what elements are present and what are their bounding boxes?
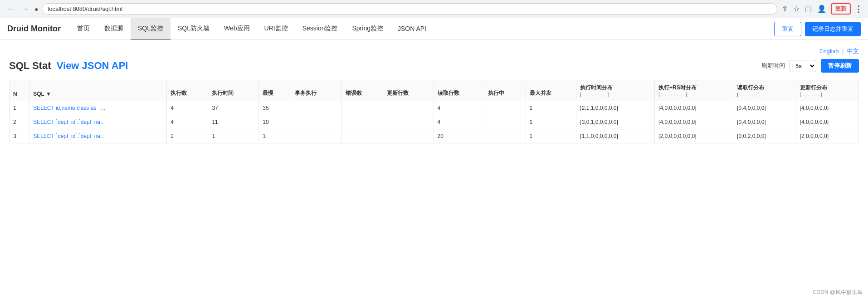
table-row: 2SELECT `dept_id`,`dept_na...4111041[3,0… xyxy=(10,115,859,129)
th-update-rows: 更新行数 xyxy=(383,80,434,101)
lang-separator: | xyxy=(842,48,844,54)
update-button[interactable]: 更新 xyxy=(831,3,851,15)
cell-slowest: 1 xyxy=(259,129,291,143)
cell-max-concurrent: 1 xyxy=(526,115,576,129)
cell-error-count xyxy=(341,115,383,129)
cell-exec-time: 1 xyxy=(208,129,259,143)
cell-sql[interactable]: SELECT `dept_id`,`dept_na... xyxy=(29,129,167,143)
nav-item-uri[interactable]: URI监控 xyxy=(257,18,295,40)
nav-item-firewall[interactable]: SQL防火墙 xyxy=(171,18,217,40)
th-running: 执行中 xyxy=(484,80,526,101)
cell-update-rows xyxy=(383,115,434,129)
page-content: English | 中文 SQL Stat View JSON API 刷新时间… xyxy=(0,40,868,151)
bookmark-icon[interactable]: ☆ xyxy=(792,3,800,15)
cell-exec-count: 4 xyxy=(167,115,208,129)
share-icon[interactable]: ⇧ xyxy=(781,3,789,15)
cell-read-rows: 4 xyxy=(434,101,484,115)
sql-link[interactable]: SELECT `dept_id`,`dept_na... xyxy=(33,133,105,139)
address-bar[interactable] xyxy=(42,3,777,15)
cell-exec-rs-dist: [4,0,0,0,0,0,0,0] xyxy=(655,115,733,129)
table-header-row: N SQL ▼ 执行数 执行时间 最慢 事务执行 错误数 更新行数 读取行数 执… xyxy=(10,80,859,101)
pause-refresh-button[interactable]: 暂停刷新 xyxy=(821,59,859,73)
reset-button[interactable]: 重置 xyxy=(774,22,801,36)
log-reset-button[interactable]: 记录日志并重置 xyxy=(805,22,861,36)
sql-table: N SQL ▼ 执行数 执行时间 最慢 事务执行 错误数 更新行数 读取行数 执… xyxy=(9,80,859,143)
cell-running xyxy=(484,129,526,143)
cell-update-rows-dist: [4,0,0,0,0,0] xyxy=(796,115,858,129)
table-row: 1SELECT id,name,class as _...4373541[2,1… xyxy=(10,101,859,115)
th-read-rows-dist: 读取行分布 [ - - - - - - ] xyxy=(733,80,796,101)
cell-max-concurrent: 1 xyxy=(526,101,576,115)
th-exec-count: 执行数 xyxy=(167,80,208,101)
nav-items: 首页 数据源 SQL监控 SQL防火墙 Web应用 URI监控 Session监… xyxy=(70,18,774,40)
cell-exec-rs-dist: [4,0,0,0,0,0,0,0] xyxy=(655,101,733,115)
cell-running xyxy=(484,101,526,115)
nav-item-spring[interactable]: Spring监控 xyxy=(345,18,390,40)
th-exec-time-dist: 执行时间分布 [ - - - - - - - - ] xyxy=(576,80,655,101)
cell-exec-time-dist: [3,0,1,0,0,0,0,0] xyxy=(576,115,655,129)
sql-link[interactable]: SELECT id,name,class as _... xyxy=(33,105,105,111)
page-refresh-button[interactable]: ● xyxy=(34,5,38,13)
refresh-interval-select[interactable]: 1s 5s 10s 30s 60s xyxy=(790,60,816,72)
nav-item-jsonapi[interactable]: JSON API xyxy=(390,19,434,39)
cell-sql[interactable]: SELECT `dept_id`,`dept_na... xyxy=(29,115,167,129)
nav-actions: 重置 记录日志并重置 xyxy=(774,22,861,36)
page-title-highlight[interactable]: View JSON API xyxy=(57,60,128,71)
app-logo: Druid Monitor xyxy=(7,24,61,34)
cell-tx-exec xyxy=(291,129,341,143)
lang-chinese[interactable]: 中文 xyxy=(847,48,859,54)
cell-exec-time: 11 xyxy=(208,115,259,129)
back-button[interactable]: ← xyxy=(5,4,16,14)
page-title: SQL Stat View JSON API xyxy=(9,60,128,72)
cell-error-count xyxy=(341,101,383,115)
page-header: SQL Stat View JSON API 刷新时间 1s 5s 10s 30… xyxy=(9,59,859,73)
sql-link[interactable]: SELECT `dept_id`,`dept_na... xyxy=(33,119,105,125)
cell-running xyxy=(484,115,526,129)
cell-sql[interactable]: SELECT id,name,class as _... xyxy=(29,101,167,115)
cell-read-rows: 20 xyxy=(434,129,484,143)
th-error-count: 错误数 xyxy=(341,80,383,101)
th-tx-exec: 事务执行 xyxy=(291,80,341,101)
nav-item-session[interactable]: Session监控 xyxy=(295,18,345,40)
table-row: 3SELECT `dept_id`,`dept_na...211201[1,1,… xyxy=(10,129,859,143)
cell-exec-time-dist: [2,1,1,0,0,0,0,0] xyxy=(576,101,655,115)
cell-update-rows-dist: [2,0,0,0,0,0] xyxy=(796,129,858,143)
th-exec-time: 执行时间 xyxy=(208,80,259,101)
th-n: N xyxy=(10,80,29,101)
nav-item-webapp[interactable]: Web应用 xyxy=(217,18,257,40)
app-nav: Druid Monitor 首页 数据源 SQL监控 SQL防火墙 Web应用 … xyxy=(0,18,868,40)
cell-update-rows xyxy=(383,129,434,143)
cell-read-rows: 4 xyxy=(434,115,484,129)
browser-action-icons: ⇧ ☆ ▢ 👤 更新 ⋮ xyxy=(781,3,863,15)
cell-update-rows-dist: [4,0,0,0,0,0] xyxy=(796,101,858,115)
cell-tx-exec xyxy=(291,115,341,129)
nav-item-datasource[interactable]: 数据源 xyxy=(97,18,131,40)
lang-bar: English | 中文 xyxy=(9,47,859,55)
th-sql-label: SQL xyxy=(33,91,44,97)
forward-button[interactable]: → xyxy=(20,4,31,14)
cell-n: 3 xyxy=(10,129,29,143)
cell-slowest: 10 xyxy=(259,115,291,129)
cell-exec-time: 37 xyxy=(208,101,259,115)
refresh-label: 刷新时间 xyxy=(761,62,785,70)
th-read-rows: 读取行数 xyxy=(434,80,484,101)
cell-exec-count: 2 xyxy=(167,129,208,143)
browser-bar: ← → ● ⇧ ☆ ▢ 👤 更新 ⋮ xyxy=(0,0,868,18)
th-update-rows-dist: 更新行分布 [ - - - - - - ] xyxy=(796,80,858,101)
cell-slowest: 35 xyxy=(259,101,291,115)
th-max-concurrent: 最大并发 xyxy=(526,80,576,101)
cell-error-count xyxy=(341,129,383,143)
lang-english[interactable]: English xyxy=(819,48,839,54)
sort-indicator: ▼ xyxy=(46,91,51,97)
cell-read-rows-dist: [0,4,0,0,0,0] xyxy=(733,101,796,115)
sidebar-toggle-icon[interactable]: ▢ xyxy=(804,3,813,15)
browser-menu-button[interactable]: ⋮ xyxy=(854,3,863,15)
cell-exec-time-dist: [1,1,0,0,0,0,0,0] xyxy=(576,129,655,143)
th-sql[interactable]: SQL ▼ xyxy=(29,80,167,101)
cell-n: 1 xyxy=(10,101,29,115)
th-slowest: 最慢 xyxy=(259,80,291,101)
nav-item-sql[interactable]: SQL监控 xyxy=(131,18,171,40)
profile-icon[interactable]: 👤 xyxy=(816,3,827,15)
nav-item-home[interactable]: 首页 xyxy=(70,18,97,40)
cell-n: 2 xyxy=(10,115,29,129)
